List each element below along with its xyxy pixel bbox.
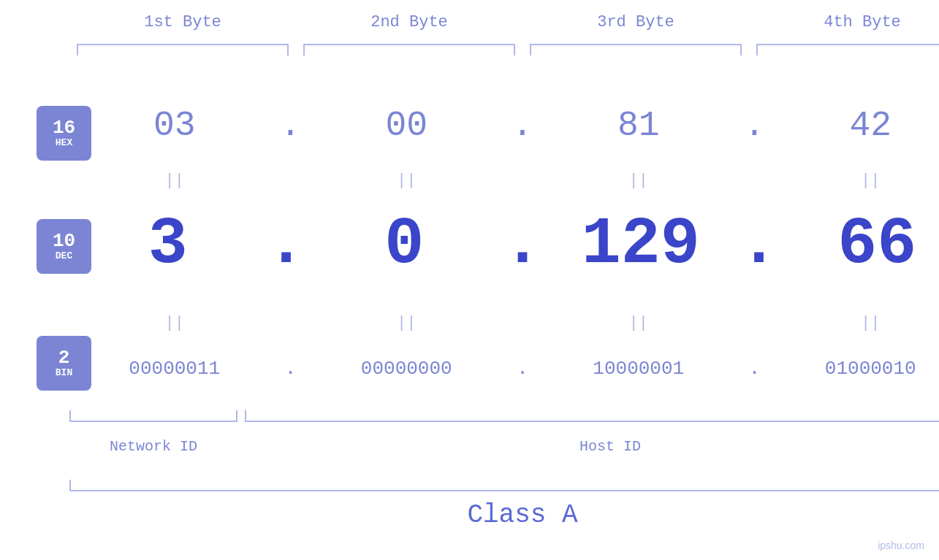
- hex-byte4: 42: [766, 106, 940, 145]
- main-container: 16 HEX 10 DEC 2 BIN 1st Byte 2nd Byte 3r…: [0, 0, 939, 560]
- dec-dot2: .: [503, 212, 542, 277]
- class-bracket: [69, 478, 939, 491]
- dec-byte3: 129: [542, 212, 739, 277]
- header-row: 1st Byte 2nd Byte 3rd Byte 4th Byte: [69, 13, 939, 31]
- bin-badge-number: 2: [58, 348, 70, 367]
- eq2-b1: ||: [69, 314, 280, 332]
- bin-byte1: 00000011: [69, 358, 280, 380]
- bottom-bracket-row: [69, 409, 939, 422]
- class-label: Class A: [69, 500, 939, 530]
- dec-byte2: 0: [306, 212, 503, 277]
- eq1-b4: ||: [766, 172, 940, 190]
- hex-byte3: 81: [533, 106, 744, 145]
- bracket-2: [303, 44, 515, 57]
- dec-row: 3 . 0 . 129 . 66: [69, 212, 939, 277]
- dec-byte1: 3: [69, 212, 266, 277]
- hex-dot2: .: [512, 106, 533, 145]
- host-id-bracket: [245, 409, 939, 422]
- equals-row-1: || || || ||: [69, 172, 939, 190]
- bin-dot3: .: [744, 358, 766, 380]
- hex-byte1: 03: [69, 106, 280, 145]
- eq1-b3: ||: [533, 172, 744, 190]
- bin-byte3: 10000001: [533, 358, 744, 380]
- hex-dot3: .: [744, 106, 766, 145]
- byte4-header: 4th Byte: [749, 13, 939, 31]
- hex-row: 03 . 00 . 81 . 42: [69, 106, 939, 145]
- hex-byte2: 00: [302, 106, 512, 145]
- bin-row: 00000011 . 00000000 . 10000001 . 0100001…: [69, 358, 939, 380]
- dec-dot1: .: [266, 212, 305, 277]
- bin-byte2: 00000000: [302, 358, 512, 380]
- top-bracket-row: [69, 44, 939, 57]
- bin-byte4: 01000010: [766, 358, 940, 380]
- equals-row-2: || || || ||: [69, 314, 939, 332]
- network-id-bracket: [69, 409, 237, 422]
- bracket-1: [77, 44, 289, 57]
- watermark: ipshu.com: [878, 540, 924, 551]
- host-id-label: Host ID: [245, 438, 939, 455]
- bin-dot2: .: [512, 358, 533, 380]
- bracket-4: [756, 44, 939, 57]
- label-row: Network ID Host ID: [69, 438, 939, 455]
- eq2-b4: ||: [766, 314, 940, 332]
- byte1-header: 1st Byte: [69, 13, 296, 31]
- byte2-header: 2nd Byte: [296, 13, 522, 31]
- eq1-b1: ||: [69, 172, 280, 190]
- bracket-3: [530, 44, 742, 57]
- dec-byte4: 66: [779, 212, 940, 277]
- eq2-b3: ||: [533, 314, 744, 332]
- eq1-b2: ||: [302, 172, 512, 190]
- network-id-label: Network ID: [69, 438, 237, 455]
- bin-dot1: .: [280, 358, 302, 380]
- eq2-b2: ||: [302, 314, 512, 332]
- hex-dot1: .: [280, 106, 302, 145]
- dec-dot3: .: [739, 212, 778, 277]
- byte3-header: 3rd Byte: [522, 13, 749, 31]
